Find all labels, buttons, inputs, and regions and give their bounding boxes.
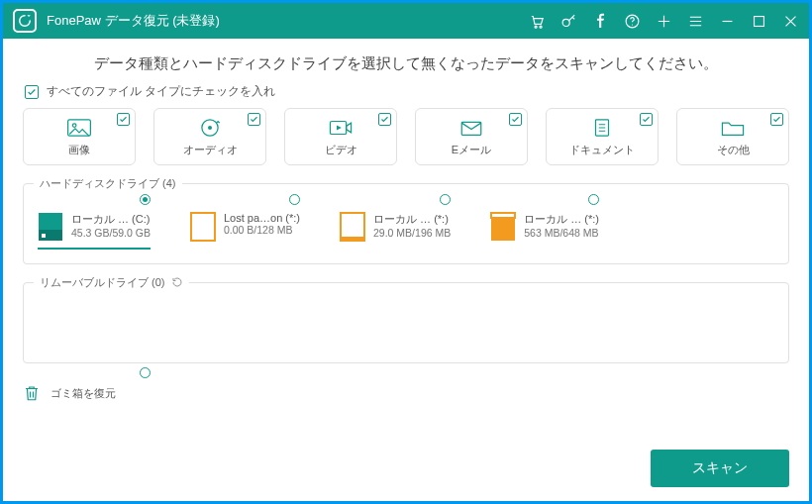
drive-lost-partition[interactable]: Lost pa…on (*:) 0.00 B/128 MB bbox=[190, 212, 300, 250]
file-type-email[interactable]: Eメール bbox=[415, 108, 528, 165]
trash-icon bbox=[23, 383, 41, 403]
svg-point-1 bbox=[539, 26, 541, 28]
removable-label-text: リムーバブルドライブ (0) bbox=[40, 275, 165, 290]
document-icon bbox=[589, 117, 615, 139]
key-icon[interactable] bbox=[559, 12, 577, 30]
svg-rect-5 bbox=[754, 16, 763, 26]
file-type-label: その他 bbox=[717, 143, 750, 157]
drive-icon bbox=[190, 212, 216, 242]
refresh-icon[interactable] bbox=[171, 276, 183, 290]
drive-name: Lost pa…on (*:) bbox=[224, 212, 300, 224]
svg-rect-16 bbox=[191, 213, 215, 241]
drive-local-3[interactable]: ローカル … (*:) 563 MB/648 MB bbox=[490, 212, 599, 250]
removable-drive-section: リムーバブルドライブ (0) bbox=[23, 282, 789, 363]
plus-icon[interactable] bbox=[655, 12, 672, 30]
radio-icon[interactable] bbox=[588, 194, 599, 205]
check-all-row: すべてのファイル タイプにチェックを入れ bbox=[23, 83, 789, 100]
svg-point-2 bbox=[562, 19, 569, 26]
title-bar-icons bbox=[528, 12, 799, 30]
hard-drive-section: ハードディスクドライブ (4) ローカル … (C:) 45.3 GB/59.0… bbox=[23, 183, 789, 264]
audio-icon bbox=[197, 117, 223, 139]
app-window: FonePaw データ復元 (未登録) データ種類とハードディスクドライブを選択… bbox=[0, 0, 812, 504]
maximize-icon[interactable] bbox=[750, 12, 767, 30]
video-icon bbox=[328, 117, 354, 139]
file-type-label: ビデオ bbox=[325, 143, 357, 157]
svg-rect-17 bbox=[341, 213, 364, 241]
drive-name: ローカル … (*:) bbox=[524, 212, 599, 227]
checkbox-icon[interactable] bbox=[117, 113, 130, 126]
drive-size: 29.0 MB/196 MB bbox=[373, 227, 451, 239]
radio-icon[interactable] bbox=[289, 194, 300, 205]
help-icon[interactable] bbox=[623, 12, 641, 30]
radio-icon[interactable] bbox=[440, 194, 451, 205]
radio-icon[interactable] bbox=[140, 367, 151, 378]
trash-label: ゴミ箱を復元 bbox=[51, 386, 116, 401]
main-content: データ種類とハードディスクドライブを選択して無くなったデータをスキャンしてくださ… bbox=[3, 39, 809, 501]
drive-size: 563 MB/648 MB bbox=[524, 227, 599, 239]
file-type-label: ドキュメント bbox=[569, 143, 635, 157]
drive-c[interactable]: ローカル … (C:) 45.3 GB/59.0 GB bbox=[38, 212, 151, 250]
drive-name: ローカル … (*:) bbox=[373, 212, 451, 227]
app-logo bbox=[13, 9, 37, 33]
check-all-label: すべてのファイル タイプにチェックを入れ bbox=[47, 83, 275, 100]
close-icon[interactable] bbox=[781, 12, 799, 30]
file-type-row: 画像 オーディオ ビデオ Eメール ドキュメント bbox=[23, 108, 789, 165]
file-type-other[interactable]: その他 bbox=[676, 108, 789, 165]
file-type-document[interactable]: ドキュメント bbox=[546, 108, 659, 165]
image-icon bbox=[66, 117, 92, 139]
folder-icon bbox=[720, 117, 746, 139]
file-type-label: Eメール bbox=[452, 143, 491, 157]
drive-size: 45.3 GB/59.0 GB bbox=[71, 227, 151, 239]
file-type-video[interactable]: ビデオ bbox=[284, 108, 397, 165]
svg-point-9 bbox=[208, 125, 212, 129]
file-type-label: 画像 bbox=[68, 143, 90, 157]
drive-icon bbox=[340, 212, 365, 242]
removable-legend: リムーバブルドライブ (0) bbox=[34, 275, 189, 290]
drive-name: ローカル … (C:) bbox=[71, 212, 151, 227]
file-type-audio[interactable]: オーディオ bbox=[153, 108, 266, 165]
svg-point-7 bbox=[72, 123, 76, 127]
svg-rect-15 bbox=[42, 234, 46, 238]
file-type-image[interactable]: 画像 bbox=[23, 108, 136, 165]
hard-drive-legend: ハードディスクドライブ (4) bbox=[34, 176, 182, 191]
radio-icon[interactable] bbox=[140, 194, 151, 205]
svg-rect-11 bbox=[461, 122, 481, 135]
checkbox-icon[interactable] bbox=[509, 113, 522, 126]
minimize-icon[interactable] bbox=[718, 12, 736, 30]
drive-local-2[interactable]: ローカル … (*:) 29.0 MB/196 MB bbox=[340, 212, 451, 250]
scan-button[interactable]: スキャン bbox=[651, 450, 789, 487]
checkbox-icon[interactable] bbox=[248, 113, 260, 126]
checkbox-icon[interactable] bbox=[770, 113, 783, 126]
file-type-label: オーディオ bbox=[183, 143, 238, 157]
title-bar: FonePaw データ復元 (未登録) bbox=[3, 3, 809, 39]
check-all-checkbox[interactable] bbox=[25, 85, 39, 99]
svg-rect-20 bbox=[491, 213, 515, 218]
checkbox-icon[interactable] bbox=[378, 113, 391, 126]
app-title: FonePaw データ復元 (未登録) bbox=[47, 12, 220, 30]
svg-point-0 bbox=[535, 26, 537, 28]
button-row: スキャン bbox=[23, 450, 789, 487]
page-subtitle: データ種類とハードディスクドライブを選択して無くなったデータをスキャンしてくださ… bbox=[23, 54, 789, 73]
drive-icon bbox=[38, 212, 63, 242]
cart-icon[interactable] bbox=[528, 12, 546, 30]
email-icon bbox=[458, 117, 484, 139]
facebook-icon[interactable] bbox=[591, 12, 609, 30]
menu-icon[interactable] bbox=[686, 12, 704, 30]
drive-icon bbox=[490, 212, 516, 242]
svg-rect-18 bbox=[341, 237, 364, 242]
checkbox-icon[interactable] bbox=[640, 113, 653, 126]
drive-size: 0.00 B/128 MB bbox=[224, 224, 300, 236]
svg-point-4 bbox=[631, 24, 632, 25]
trash-row[interactable]: ゴミ箱を復元 bbox=[23, 383, 789, 403]
drive-row: ローカル … (C:) 45.3 GB/59.0 GB Lost pa…on (… bbox=[38, 212, 774, 250]
